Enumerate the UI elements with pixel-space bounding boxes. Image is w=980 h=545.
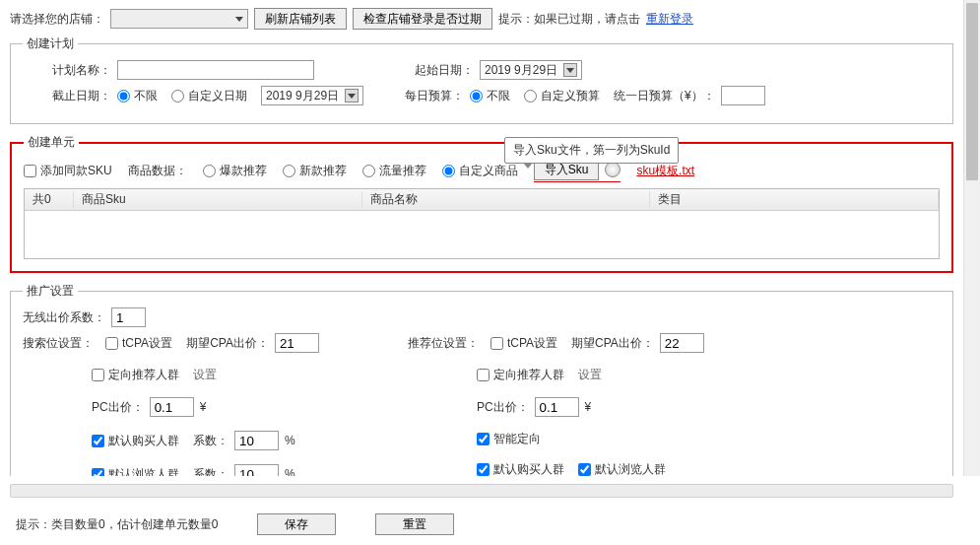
calendar-dropdown-icon [345, 89, 359, 102]
th-sku: 商品Sku [74, 191, 362, 208]
check-login-button[interactable]: 检查店铺登录是否过期 [353, 8, 492, 30]
rec-targeted-setting-link[interactable]: 设置 [578, 367, 602, 383]
promo-settings-fieldset: 推广设置 无线出价系数： 搜索位设置： tCPA设置 期望CPA出价： 定向推荐… [10, 283, 953, 476]
search-cpa-input[interactable] [275, 333, 319, 353]
footer: 提示：类目数量0，估计创建单元数量0 保存 重置 [0, 504, 963, 545]
refresh-stores-button[interactable]: 刷新店铺列表 [254, 8, 347, 30]
source-hot-radio[interactable]: 爆款推荐 [203, 163, 267, 179]
search-cpa-label: 期望CPA出价： [186, 335, 269, 352]
product-source-label: 商品数据： [128, 163, 187, 179]
store-dropdown[interactable] [110, 9, 248, 29]
wireless-ratio-label: 无线出价系数： [23, 309, 105, 326]
start-date-value: 2019 9月29日 [485, 62, 557, 79]
top-bar: 请选择您的店铺： 刷新店铺列表 检查店铺登录是否过期 提示：如果已过期，请点击 … [10, 8, 953, 30]
rec-pos-label: 推荐位设置： [408, 335, 479, 352]
deadline-date-value: 2019 9月29日 [266, 88, 339, 104]
scrollbar-thumb[interactable] [966, 3, 978, 180]
search-default-browse-checkbox[interactable]: 默认浏览人群 [92, 466, 179, 477]
rec-pc-bid-input[interactable] [535, 397, 579, 417]
budget-custom-radio[interactable]: 自定义预算 [524, 88, 600, 104]
rec-pc-bid-label: PC出价： [477, 399, 529, 416]
sku-table: 共0 商品Sku 商品名称 类目 [24, 188, 940, 259]
search-pc-bid-label: PC出价： [92, 399, 144, 416]
rec-tcpa-checkbox[interactable]: tCPA设置 [490, 335, 557, 352]
source-flow-radio[interactable]: 流量推荐 [362, 163, 426, 179]
main-scroll-area[interactable]: 请选择您的店铺： 刷新店铺列表 检查店铺登录是否过期 提示：如果已过期，请点击 … [0, 0, 963, 476]
rec-cpa-input[interactable] [660, 333, 704, 353]
percent-symbol: % [285, 467, 295, 476]
start-date-picker[interactable]: 2019 9月29日 [480, 60, 582, 80]
create-plan-legend: 创建计划 [23, 35, 78, 52]
add-same-sku-checkbox[interactable]: 添加同款SKU [24, 163, 112, 179]
create-plan-fieldset: 创建计划 计划名称： 起始日期： 2019 9月29日 截止日期： 不限 自定义… [10, 35, 953, 124]
rec-targeted-group-checkbox[interactable]: 定向推荐人群 [477, 367, 564, 383]
budget-nolimit-radio[interactable]: 不限 [470, 88, 510, 104]
import-sku-help-icon[interactable] [605, 162, 621, 177]
daily-budget-label: 每日预算： [405, 88, 464, 104]
wireless-ratio-input[interactable] [111, 307, 146, 327]
recommendation-position-column: 推荐位设置： tCPA设置 期望CPA出价： 定向推荐人群 设置 PC出价： ¥… [408, 333, 704, 476]
search-browse-ratio-label: 系数： [193, 466, 229, 477]
sku-template-link[interactable]: sku模板.txt [636, 163, 694, 179]
th-count: 共0 [25, 191, 74, 208]
source-custom-radio[interactable]: 自定义商品 [442, 163, 518, 179]
currency-symbol: ¥ [200, 400, 207, 414]
search-pc-bid-input[interactable] [150, 397, 194, 417]
vertical-scrollbar[interactable] [963, 0, 980, 476]
percent-symbol: % [285, 434, 295, 447]
search-position-column: 搜索位设置： tCPA设置 期望CPA出价： 定向推荐人群 设置 PC出价： ¥… [23, 333, 319, 476]
sku-table-header: 共0 商品Sku 商品名称 类目 [25, 189, 939, 211]
store-select-label: 请选择您的店铺： [10, 11, 104, 28]
search-targeted-setting-link[interactable]: 设置 [193, 367, 217, 383]
promo-settings-legend: 推广设置 [23, 283, 78, 300]
rec-smart-target-checkbox[interactable]: 智能定向 [477, 431, 541, 447]
hint-text: 提示：如果已过期，请点击 [498, 11, 640, 28]
search-buy-ratio-input[interactable] [234, 431, 279, 450]
plan-name-label: 计划名称： [52, 62, 111, 79]
unified-budget-label: 统一日预算（¥）： [614, 88, 715, 104]
rec-default-browse-checkbox[interactable]: 默认浏览人群 [578, 461, 666, 476]
unified-budget-input[interactable] [721, 86, 765, 105]
currency-symbol: ¥ [585, 400, 592, 414]
deadline-nolimit-radio[interactable]: 不限 [117, 88, 158, 104]
create-unit-fieldset: 创建单元 导入Sku文件，第一列为SkuId 添加同款SKU 商品数据： 爆款推… [10, 134, 953, 273]
create-unit-legend: 创建单元 [24, 134, 79, 151]
reset-button[interactable]: 重置 [375, 513, 454, 535]
save-button[interactable]: 保存 [257, 513, 336, 535]
rec-cpa-label: 期望CPA出价： [571, 335, 654, 352]
deadline-label: 截止日期： [52, 88, 111, 104]
relogin-link[interactable]: 重新登录 [646, 11, 693, 28]
sku-table-body[interactable] [25, 211, 939, 258]
footer-hint: 提示：类目数量0，估计创建单元数量0 [16, 516, 218, 533]
plan-name-input[interactable] [117, 60, 314, 80]
search-pos-label: 搜索位设置： [23, 335, 94, 352]
search-default-buy-checkbox[interactable]: 默认购买人群 [92, 433, 179, 449]
start-date-label: 起始日期： [415, 62, 474, 79]
horizontal-scrollbar[interactable] [10, 484, 953, 498]
th-name: 商品名称 [362, 191, 651, 208]
source-new-radio[interactable]: 新款推荐 [283, 163, 347, 179]
calendar-dropdown-icon [563, 63, 577, 77]
deadline-custom-radio[interactable]: 自定义日期 [171, 88, 247, 104]
search-buy-ratio-label: 系数： [193, 433, 229, 449]
import-sku-tooltip: 导入Sku文件，第一列为SkuId [504, 137, 679, 164]
search-targeted-group-checkbox[interactable]: 定向推荐人群 [92, 367, 179, 383]
deadline-date-picker[interactable]: 2019 9月29日 [261, 86, 363, 105]
rec-default-buy-checkbox[interactable]: 默认购买人群 [477, 461, 564, 476]
th-category: 类目 [650, 191, 939, 208]
search-tcpa-checkbox[interactable]: tCPA设置 [105, 335, 172, 352]
search-browse-ratio-input[interactable] [234, 464, 279, 476]
chevron-down-icon [235, 17, 243, 22]
